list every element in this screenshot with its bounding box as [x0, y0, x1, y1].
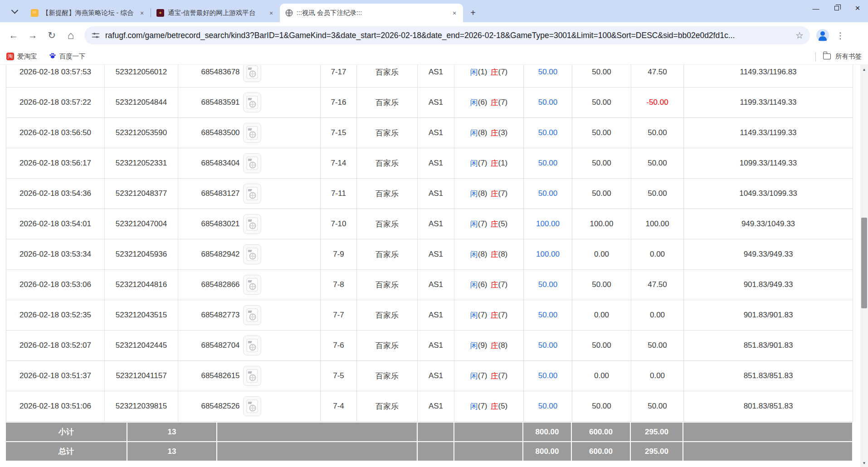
bookmark-taobao[interactable]: 淘 爱淘宝	[6, 52, 37, 61]
summary-empty	[217, 423, 418, 441]
video-replay-button[interactable]	[243, 65, 261, 82]
bet-amount-link[interactable]: 50.00	[538, 311, 558, 320]
close-tab-icon[interactable]: ×	[450, 9, 458, 17]
bet-amount-link[interactable]: 50.00	[538, 341, 558, 350]
bet-amount-link[interactable]: 50.00	[538, 280, 558, 289]
bookmark-star-icon[interactable]: ☆	[795, 30, 804, 41]
cell-valid-amount: 0.00	[572, 361, 631, 391]
cell-round-id: 685483404	[201, 159, 239, 168]
banker-points: (7)	[498, 189, 508, 198]
cell-table-code: AS1	[418, 239, 454, 269]
summary-count: 13	[127, 442, 217, 461]
cell-bet-amount: 50.00	[524, 88, 572, 117]
table-row: 2026-02-18 03:56:50 523212053590 6854835…	[6, 118, 853, 148]
player-points: (7)	[478, 311, 488, 320]
tab-title: 通宝-信誉最好的网上游戏平台	[168, 9, 263, 17]
cell-table-code: AS1	[418, 300, 454, 330]
player-label: 闲	[470, 280, 478, 290]
video-replay-button[interactable]	[243, 366, 261, 386]
video-replay-button[interactable]	[243, 123, 261, 143]
cell-table-round-no: 7-11	[321, 179, 357, 209]
close-window-button[interactable]: ×	[847, 0, 868, 16]
cell-win-loss: 0.00	[631, 361, 684, 391]
table-row: 2026-02-18 03:52:07 523212042445 6854827…	[6, 331, 853, 361]
cell-balance: 1149.33/1196.83	[684, 65, 853, 87]
bet-amount-link[interactable]: 50.00	[538, 402, 558, 411]
cell-valid-amount: 100.00	[572, 209, 631, 239]
cell-balance: 1199.33/1149.33	[684, 88, 853, 117]
tab-title: 【新提醒】海燕策略论坛 - 综合	[42, 9, 134, 17]
scrollbar-down-icon[interactable]: ▼	[860, 459, 868, 467]
cell-balance: 949.33/1049.33	[684, 209, 853, 239]
minimize-button[interactable]: —	[805, 0, 826, 16]
cell-bet-id: 523212045936	[105, 239, 178, 269]
cell-table-round-no: 7-8	[321, 270, 357, 300]
scrollbar-thumb[interactable]	[861, 218, 867, 308]
cell-win-loss: 47.50	[631, 65, 684, 87]
home-button[interactable]: ⌂	[63, 27, 79, 44]
cell-table-round-no: 7-9	[321, 239, 357, 269]
video-replay-button[interactable]	[243, 214, 261, 234]
page-scrollbar[interactable]: ▲ ▼	[860, 65, 868, 467]
profile-avatar[interactable]	[816, 29, 829, 42]
forward-button[interactable]: →	[24, 27, 41, 44]
cell-balance: 901.83/949.33	[684, 270, 853, 300]
video-replay-button[interactable]	[243, 153, 261, 173]
cell-bet-amount: 50.00	[524, 270, 572, 300]
tab-search-button[interactable]	[5, 2, 24, 20]
bet-amount-link[interactable]: 50.00	[538, 98, 558, 107]
cell-round: 685483021	[178, 209, 321, 239]
tab-bet-records-active[interactable]: :::视讯 会员下注纪录::: ×	[280, 4, 463, 22]
table-row: 2026-02-18 03:54:01 523212047004 6854830…	[6, 209, 853, 239]
video-replay-button[interactable]	[243, 396, 261, 416]
cell-bet-amount: 50.00	[524, 148, 572, 178]
scrollbar-up-icon[interactable]: ▲	[860, 66, 868, 73]
cell-round-id: 685483500	[201, 128, 239, 137]
video-replay-button[interactable]	[243, 275, 261, 295]
all-bookmarks-button[interactable]: 所有书签	[815, 52, 862, 61]
address-bar[interactable]: rafugf.com/game/betrecord_search/kind3?B…	[84, 26, 810, 44]
url-text[interactable]: rafugf.com/game/betrecord_search/kind3?B…	[105, 31, 791, 40]
cell-round: 685483404	[178, 148, 321, 178]
bet-amount-link[interactable]: 50.00	[538, 68, 558, 77]
bet-records-table: 2026-02-18 03:57:53 523212056012 6854836…	[6, 65, 853, 422]
video-replay-button[interactable]	[243, 184, 261, 204]
bet-amount-link[interactable]: 50.00	[538, 371, 558, 380]
video-replay-button[interactable]	[243, 92, 261, 112]
bookmark-label: 百度一下	[59, 52, 86, 61]
back-button[interactable]: ←	[5, 27, 22, 44]
summary-bet-total: 800.00	[523, 442, 572, 461]
summary-empty	[683, 423, 852, 441]
cell-result: 闲(8)庄(8)	[454, 239, 524, 269]
tab-forum[interactable]: 【新提醒】海燕策略论坛 - 综合 ×	[25, 4, 151, 22]
close-tab-icon[interactable]: ×	[267, 9, 275, 17]
bet-amount-link[interactable]: 50.00	[538, 128, 558, 137]
cell-table-code: AS1	[418, 361, 454, 391]
cell-round-id: 685483127	[201, 189, 239, 198]
browser-menu-icon[interactable]: ⋮	[834, 30, 847, 41]
video-replay-button[interactable]	[243, 244, 261, 264]
tab-tongbao[interactable]: ✦ 通宝-信誉最好的网上游戏平台 ×	[151, 4, 280, 22]
bet-amount-link[interactable]: 100.00	[536, 250, 560, 259]
video-replay-button[interactable]	[243, 336, 261, 355]
bet-amount-link[interactable]: 50.00	[538, 189, 558, 198]
table-row: 2026-02-18 03:53:34 523212045936 6854829…	[6, 239, 853, 270]
new-tab-button[interactable]: +	[467, 6, 479, 19]
bookmark-baidu[interactable]: 百度一下	[49, 52, 86, 61]
bet-amount-link[interactable]: 50.00	[538, 159, 558, 168]
bet-amount-link[interactable]: 100.00	[536, 219, 560, 229]
close-tab-icon[interactable]: ×	[138, 9, 146, 17]
player-label: 闲	[470, 97, 478, 108]
cell-bet-id: 523212054844	[105, 88, 178, 117]
cell-bet-time: 2026-02-18 03:56:50	[6, 118, 105, 148]
reload-button[interactable]: ↻	[44, 27, 60, 44]
player-points: (8)	[478, 189, 488, 198]
cell-bet-id: 523212048377	[105, 179, 178, 209]
cell-round-id: 685482526	[201, 402, 239, 411]
summary-valid-total: 600.00	[572, 442, 631, 461]
banker-points: (7)	[498, 280, 508, 289]
video-replay-button[interactable]	[243, 305, 261, 325]
player-points: (8)	[478, 128, 488, 137]
site-info-icon[interactable]	[91, 30, 101, 40]
restore-button[interactable]	[826, 0, 847, 16]
